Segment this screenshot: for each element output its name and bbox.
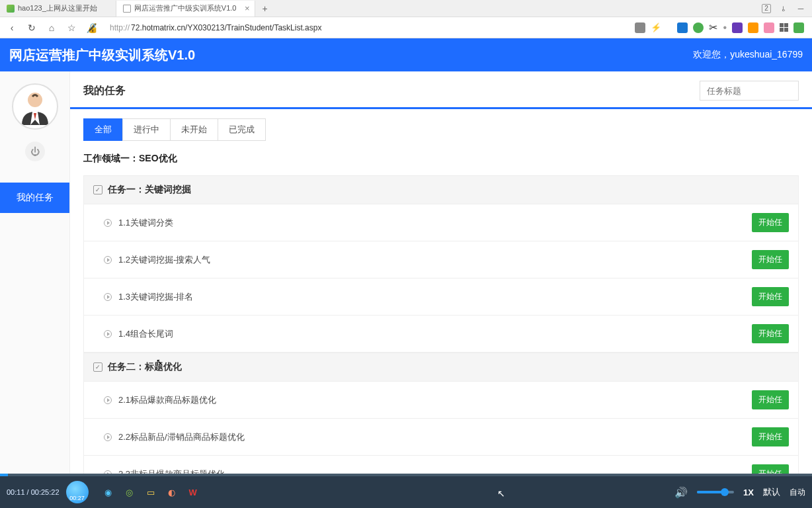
task-group-title: 任务一：关键词挖掘 (108, 184, 191, 196)
page-title: 我的任务 (83, 84, 126, 98)
start-button[interactable]: 开始任 (752, 213, 789, 232)
app-header: 网店运营推广中级实训系统V1.0 欢迎您，yukeshuai_16799 (0, 38, 812, 71)
task-row: 1.1关键词分类 开始任 (83, 204, 799, 241)
minimize-icon[interactable]: ─ (796, 4, 805, 13)
browser-tab-strip: hao123_上网从这里开始 网店运营推广中级实训系统V1.0 × + 2 ⫰ … (0, 0, 812, 17)
auto-button[interactable]: 自动 (790, 487, 805, 498)
ext-icon-purple[interactable] (732, 22, 743, 33)
filter-tabs: 全部 进行中 未开始 已完成 (70, 118, 812, 153)
volume-slider[interactable] (697, 491, 734, 493)
task-group-title: 任务二：标题优化 (108, 361, 182, 373)
folder-icon[interactable]: ▭ (144, 486, 157, 499)
ext-icon-pink[interactable] (764, 22, 774, 33)
start-button[interactable]: 开始任 (752, 390, 789, 409)
progress-fill (0, 474, 8, 476)
tab-not-started[interactable]: 未开始 (170, 118, 218, 141)
ext-icon-orange[interactable] (748, 22, 758, 33)
ext-icon-1[interactable] (635, 22, 645, 33)
divider (70, 107, 812, 109)
search-box (700, 81, 799, 101)
task-label: 2.3非标品爆款商品标题优化 (118, 468, 225, 474)
sidebar: ⏻ 我的任务 (0, 71, 70, 474)
volume-icon[interactable]: 🔊 (674, 486, 688, 499)
hao123-icon (7, 5, 15, 13)
start-button[interactable]: 开始任 (752, 464, 789, 474)
task-group-header[interactable]: ✓ 任务二：标题优化 (83, 353, 799, 382)
start-button[interactable]: 开始任 (752, 427, 789, 446)
quality-button[interactable]: 默认 (763, 486, 780, 498)
tab-in-progress[interactable]: 进行中 (122, 118, 171, 141)
ext-icon-blue[interactable] (677, 22, 688, 33)
player-right: 🔊 1X 默认 自动 (674, 486, 805, 499)
task-label: 1.4组合长尾词 (118, 328, 173, 340)
browser-tab-hao123[interactable]: hao123_上网从这里开始 (0, 1, 116, 17)
speed-button[interactable]: 1X (743, 487, 754, 497)
task-row: 1.2关键词挖掘-搜索人气 开始任 (83, 241, 799, 278)
app-title: 网店运营推广中级实训系统V1.0 (9, 46, 195, 64)
task-label: 2.1标品爆款商品标题优化 (118, 394, 216, 406)
apps-grid-icon[interactable] (780, 23, 788, 32)
url-scheme: http:// (110, 23, 130, 32)
sidebar-item-tasks[interactable]: 我的任务 (0, 183, 69, 213)
tab-title: 网店运营推广中级实训系统V1.0 (134, 3, 237, 13)
task-group-header[interactable]: ✓ 任务一：关键词挖掘 (83, 175, 799, 204)
play-icon (104, 396, 112, 404)
taskbar-icons: ◉ ◎ ▭ ◐ W (102, 486, 200, 499)
close-icon[interactable]: × (245, 3, 250, 13)
tab-title: hao123_上网从这里开始 (18, 3, 97, 13)
ext-icon-green2[interactable] (793, 22, 804, 33)
back-button[interactable]: ‹ (5, 21, 19, 34)
play-bubble-button[interactable]: 00:27 (66, 481, 89, 503)
video-player-bar: 00:11 / 00:25:22 00:27 ◉ ◎ ▭ ◐ W 🔊 1X 默认… (0, 474, 812, 508)
play-icon (104, 433, 112, 441)
task-label: 2.2标品新品/滞销品商品标题优化 (118, 431, 245, 443)
play-icon (104, 256, 112, 264)
avatar[interactable] (12, 83, 58, 130)
url-text: 72.hotmatrix.cn/YX030213/TrainStudent/Ta… (131, 23, 321, 32)
tab-completed[interactable]: 已完成 (218, 118, 266, 141)
welcome-text: 欢迎您，yukeshuai_16799 (693, 49, 803, 61)
new-tab-button[interactable]: + (255, 3, 274, 14)
time-display: 00:11 / 00:25:22 (7, 488, 60, 496)
start-button[interactable]: 开始任 (752, 324, 789, 343)
url-input[interactable]: http:// 72.hotmatrix.cn/YX030213/TrainSt… (104, 20, 628, 36)
task-row: 2.2标品新品/滞销品商品标题优化 开始任 (83, 419, 799, 456)
ext-icon-green[interactable] (693, 22, 704, 33)
edge-icon[interactable]: ◉ (102, 486, 115, 499)
task-group-2: ✓ 任务二：标题优化 2.1标品爆款商品标题优化 开始任 2.2标品新品/滞销品… (83, 353, 799, 474)
checkbox-icon: ✓ (93, 362, 102, 372)
search-input[interactable] (700, 81, 799, 101)
play-icon (104, 330, 112, 338)
browser-tab-active[interactable]: 网店运营推广中级实训系统V1.0 × (116, 1, 256, 17)
avatar-icon (15, 87, 55, 126)
page-header: 我的任务 (70, 71, 812, 107)
ext-icon-flash[interactable]: ⚡ (651, 22, 661, 32)
home-button[interactable]: ⌂ (45, 21, 58, 34)
reload-button[interactable]: ↻ (25, 21, 38, 34)
play-icon (104, 293, 112, 301)
extensions-icon[interactable]: ⫰ (779, 4, 788, 13)
main-layout: ⏻ 我的任务 我的任务 全部 进行中 未开始 已完成 工作领域一：SEO优化 ✓… (0, 71, 812, 474)
browser-icon[interactable]: ◎ (123, 486, 136, 499)
start-button[interactable]: 开始任 (752, 250, 789, 269)
favorite-button[interactable]: ☆ (65, 21, 78, 34)
tab-all[interactable]: 全部 (83, 118, 123, 141)
app-icon-2[interactable]: W (186, 486, 200, 499)
start-button[interactable]: 开始任 (752, 287, 789, 306)
site-info-icon[interactable]: 🔏 (85, 21, 98, 34)
task-group-1: ✓ 任务一：关键词挖掘 1.1关键词分类 开始任 1.2关键词挖掘-搜索人气 开… (83, 175, 799, 353)
app-icon-1[interactable]: ◐ (165, 486, 179, 499)
domain-title: 工作领域一：SEO优化 (70, 153, 812, 175)
task-label: 1.1关键词分类 (118, 217, 173, 229)
checkbox-icon: ✓ (93, 185, 102, 194)
volume-thumb[interactable] (721, 488, 729, 496)
task-label: 1.2关键词挖掘-搜索人气 (118, 254, 210, 266)
task-row: 1.3关键词挖掘-排名 开始任 (83, 278, 799, 316)
player-controls: 00:11 / 00:25:22 00:27 ◉ ◎ ▭ ◐ W 🔊 1X 默认… (0, 476, 812, 508)
extension-icons: ⚡ ✂ • (635, 21, 807, 34)
power-button[interactable]: ⏻ (25, 142, 45, 161)
scissors-icon[interactable]: ✂ (709, 21, 717, 34)
progress-bar[interactable] (0, 474, 812, 476)
tab-counter[interactable]: 2 (762, 4, 771, 13)
task-row: 2.3非标品爆款商品标题优化 开始任 (83, 456, 799, 474)
